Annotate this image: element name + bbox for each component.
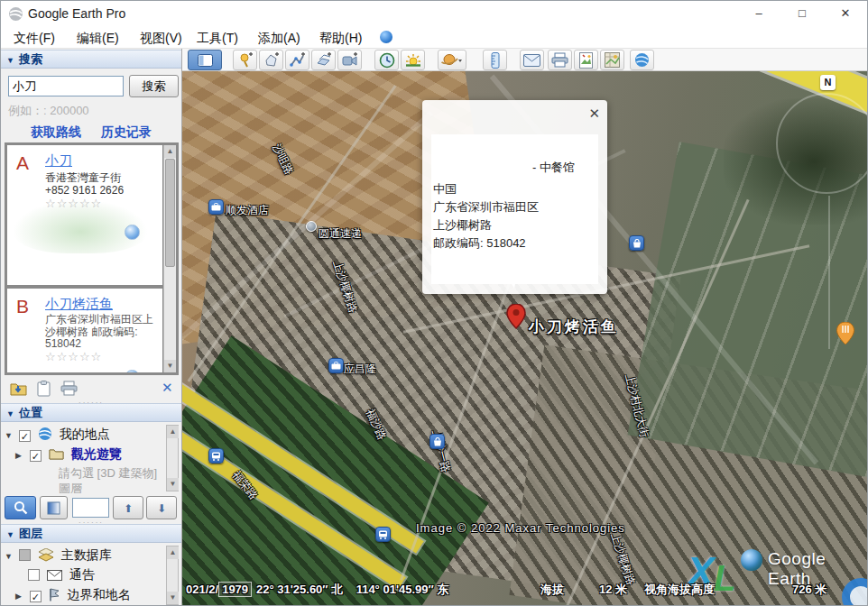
save-image-button[interactable] [574, 50, 598, 70]
add-polygon-button[interactable] [259, 50, 283, 70]
expand-icon[interactable]: ▶ [15, 451, 26, 460]
expand-icon[interactable]: ▶ [15, 592, 26, 601]
collapse-icon[interactable]: ▼ [6, 56, 14, 65]
folder-icon [49, 447, 64, 460]
search-panel-title: 搜索 [19, 52, 42, 66]
balloon-title-suffix: - 中餐馆 [532, 160, 575, 176]
zoom-slider[interactable] [828, 196, 830, 349]
search-result-a[interactable]: A 小刀 香港荃灣童子街 +852 9161 2626 ☆☆☆☆☆ [7, 145, 162, 285]
shopping-poi-icon[interactable] [629, 235, 644, 251]
imagery-copyright: Image © 2022 Maxar Technologies [416, 521, 625, 535]
placemark-pin-icon[interactable] [506, 304, 526, 329]
layers-scrollbar[interactable]: ▲ ▼ [166, 546, 179, 605]
collapse-icon[interactable]: ▼ [5, 552, 15, 561]
planets-button[interactable] [438, 50, 466, 70]
map-viewport[interactable]: 顺发酒店 圆通速递 应昌隆 沙咀路 上沙椰树路 福沙路 上沙一路 上沙村北大街 … [182, 71, 868, 606]
menu-tools[interactable]: 工具(T) [193, 29, 242, 49]
flag-icon [49, 588, 60, 601]
layers-panel-header[interactable]: ▼图层 [1, 524, 181, 543]
places-note: 請勾選 [3D 建築物] 圖層 [59, 465, 165, 496]
scroll-down-icon[interactable]: ▼ [167, 592, 179, 604]
scroll-up-icon[interactable]: ▲ [164, 145, 176, 158]
minimize-icon[interactable]: – [739, 1, 779, 26]
clear-results-icon[interactable]: ✕ [162, 380, 173, 396]
menu-file[interactable]: 文件(F) [10, 29, 59, 49]
compass-north-indicator[interactable]: N [820, 75, 836, 90]
tree-row-sightseeing[interactable]: ▶ ✓ 觀光遊覽 [15, 446, 122, 463]
sightseeing-checkbox[interactable]: ✓ [30, 450, 42, 462]
transit-poi-icon[interactable] [375, 527, 391, 542]
shopping-poi-icon[interactable] [429, 434, 445, 449]
result-title-link[interactable]: 小刀烤活鱼 [45, 296, 113, 313]
transit-poi-icon[interactable] [208, 448, 224, 464]
view-in-maps-button[interactable] [600, 50, 624, 70]
menu-add[interactable]: 添加(A) [254, 29, 304, 49]
maximize-icon[interactable]: □ [782, 1, 822, 26]
scroll-down-icon[interactable]: ▼ [164, 360, 176, 372]
menu-edit[interactable]: 编辑(E) [73, 29, 123, 49]
tree-row-primary-db[interactable]: ▼ 主数据库 [5, 547, 112, 564]
results-scrollbar[interactable]: ▲ ▼ [163, 145, 176, 372]
menu-bar: 文件(F) 编辑(E) 视图(V) 工具(T) 添加(A) 帮助(H) [1, 26, 868, 49]
menu-view[interactable]: 视图(V) [136, 29, 186, 49]
move-up-button[interactable]: ⬆ [113, 496, 143, 519]
get-directions-link[interactable]: 获取路线 [31, 124, 81, 139]
record-tour-button[interactable] [337, 50, 362, 70]
add-path-button[interactable] [285, 50, 309, 70]
collapse-icon[interactable]: ▼ [5, 431, 15, 440]
primary-db-checkbox[interactable] [19, 549, 31, 561]
places-search-button[interactable] [5, 496, 36, 519]
restaurant-poi-icon[interactable] [836, 322, 854, 345]
announcements-label: 通告 [69, 567, 95, 582]
ruler-button[interactable] [483, 50, 507, 70]
tree-row-my-places[interactable]: ▼ ✓ 我的地点 [5, 427, 110, 443]
places-fly-speed-input[interactable] [72, 498, 109, 518]
result-rating: ☆☆☆☆☆ [45, 197, 102, 210]
scroll-down-icon[interactable]: ▼ [167, 478, 179, 491]
scroll-up-icon[interactable]: ▲ [167, 426, 179, 438]
print-icon[interactable] [60, 381, 78, 396]
historical-imagery-button[interactable] [374, 50, 399, 70]
add-image-overlay-button[interactable] [311, 50, 336, 70]
result-globe-icon[interactable] [125, 370, 140, 375]
copy-icon[interactable] [37, 381, 51, 397]
move-down-button[interactable]: ⬇ [146, 496, 177, 519]
mail-icon [47, 570, 62, 581]
add-placemark-button[interactable] [233, 50, 257, 70]
status-altitude-label: 海拔 [540, 582, 564, 598]
balloon-tail [500, 263, 520, 289]
my-places-checkbox[interactable]: ✓ [19, 430, 31, 442]
places-overview-button[interactable] [40, 496, 68, 519]
menu-help[interactable]: 帮助(H) [316, 29, 365, 49]
balloon-close-icon[interactable]: ✕ [588, 106, 600, 122]
result-globe-icon[interactable] [125, 225, 140, 240]
scroll-thumb[interactable] [165, 159, 175, 267]
search-input[interactable] [8, 76, 124, 96]
collapse-icon[interactable]: ▼ [6, 530, 14, 539]
result-zipcode: 518042 [45, 337, 81, 350]
navigation-ring[interactable] [776, 93, 868, 194]
history-link[interactable]: 历史记录 [101, 124, 152, 139]
sidebar-toggle-button[interactable] [188, 50, 222, 70]
close-window-icon[interactable]: ✕ [826, 1, 865, 26]
search-button[interactable]: 搜索 [129, 75, 179, 97]
earth-globe-button[interactable] [630, 50, 654, 70]
collapse-icon[interactable]: ▼ [6, 409, 14, 418]
result-title-link[interactable]: 小刀 [45, 152, 72, 170]
print-button[interactable] [548, 50, 572, 70]
lodging-poi-icon[interactable] [328, 358, 344, 373]
save-to-places-icon[interactable] [10, 381, 27, 396]
tree-row-announcements[interactable]: 通告 [28, 567, 95, 583]
tree-row-borders[interactable]: ▶ ✓ 边界和地名 [15, 587, 131, 603]
search-result-b[interactable]: B 小刀烤活鱼 广东省深圳市福田区上 沙椰树路 邮政编码: 518042 ☆☆☆… [7, 289, 162, 375]
places-panel-header[interactable]: ▼位置 [1, 403, 181, 422]
dot-poi-icon[interactable] [306, 221, 317, 232]
borders-checkbox[interactable]: ✓ [30, 591, 42, 602]
search-panel-header[interactable]: ▼搜索 [1, 50, 181, 69]
lodging-poi-icon[interactable] [208, 199, 224, 215]
announcements-checkbox[interactable] [28, 569, 40, 581]
places-scrollbar[interactable]: ▲ ▼ [166, 425, 179, 491]
email-button[interactable] [520, 50, 544, 70]
sunlight-button[interactable] [401, 50, 425, 70]
scroll-up-icon[interactable]: ▲ [167, 546, 179, 559]
